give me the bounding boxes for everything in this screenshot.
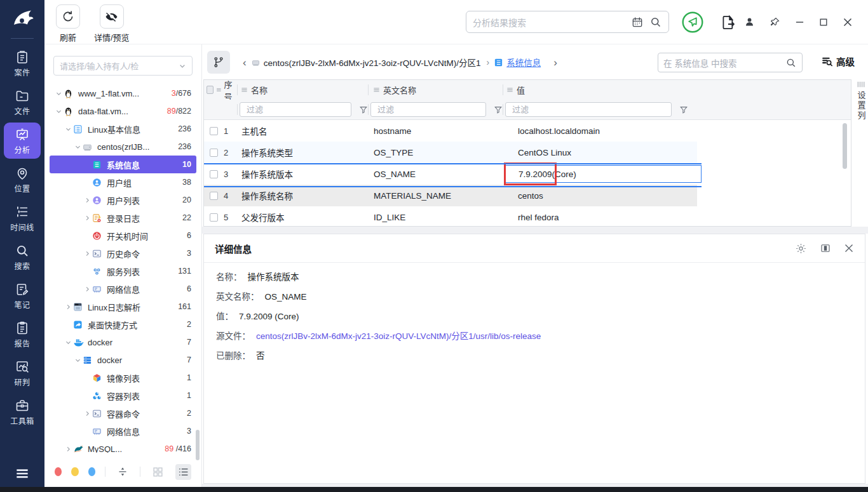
user-icon[interactable] <box>744 17 755 27</box>
row-checkbox[interactable] <box>210 170 218 178</box>
sidebar-item[interactable]: 位置 <box>4 161 41 197</box>
filter-input-en[interactable] <box>370 102 486 117</box>
tree-item[interactable]: Linux日志解析 161 <box>50 298 196 316</box>
breadcrumb-section-link[interactable]: 系统信息 <box>494 56 541 69</box>
column-header[interactable]: 英文名称 <box>383 84 416 96</box>
cell-value[interactable]: CentOS Linux <box>503 142 697 163</box>
funnel-icon[interactable] <box>494 105 503 114</box>
tree-item[interactable]: centos(zrlJB... 236 <box>50 138 196 156</box>
tree-item[interactable]: 网络信息 6 <box>50 280 196 298</box>
export-button[interactable] <box>720 14 737 31</box>
menu-hamburger-icon[interactable] <box>14 465 31 482</box>
value-edit-box[interactable]: 7.9.2009 (Core) <box>505 165 702 183</box>
refresh-button[interactable]: 刷新 <box>56 4 80 43</box>
list-view-icon[interactable] <box>175 464 191 480</box>
table-row[interactable]: 3 操作系统版本 OS_NAME 7.9.2009 (Core) <box>204 163 851 185</box>
sidebar-item[interactable]: 笔记 <box>4 277 41 314</box>
global-search-box[interactable]: 分析结果搜索 <box>466 11 669 33</box>
tree-item[interactable]: MySQL... 89 /416 <box>50 440 196 453</box>
tree-item[interactable]: docker 7 <box>50 333 196 351</box>
red-tag-dot[interactable] <box>55 467 62 476</box>
chev-down-icon[interactable] <box>53 108 64 115</box>
tree-item[interactable]: data-flat.vm... 89/822 <box>50 102 196 120</box>
tree-item[interactable]: 网络信息 3 <box>50 422 196 440</box>
tree-item[interactable]: www_1-flat.vm... 3/676 <box>50 84 196 102</box>
funnel-icon[interactable] <box>359 105 368 114</box>
funnel-icon[interactable] <box>679 105 688 114</box>
tree-item[interactable]: 开关机时间 6 <box>50 227 196 244</box>
branch-view-button[interactable] <box>207 51 230 74</box>
tree-item[interactable]: 容器列表 1 <box>50 387 196 404</box>
minimize-button[interactable] <box>795 17 804 27</box>
table-row[interactable]: 5 父发行版本 ID_LIKE rhel fedora <box>204 206 851 227</box>
preview-toggle-button[interactable]: 详情/预览 <box>94 4 130 43</box>
advanced-search-button[interactable]: 高级 <box>821 55 855 68</box>
select-all-checkbox[interactable] <box>207 86 214 94</box>
close-button[interactable] <box>843 17 853 27</box>
sidebar-item[interactable]: 文件 <box>4 84 41 120</box>
column-header[interactable]: 值 <box>517 84 525 96</box>
tree-item[interactable]: 登录日志 22 <box>50 209 196 227</box>
breadcrumb-back-icon[interactable]: ‹ <box>240 57 249 68</box>
cell-value[interactable]: 7.9.2009 (Core) <box>503 163 697 185</box>
calendar-icon[interactable] <box>631 16 644 29</box>
search-icon[interactable] <box>649 16 662 29</box>
cell-value[interactable]: centos <box>503 185 697 206</box>
filter-input-value[interactable] <box>505 102 672 117</box>
row-checkbox[interactable] <box>210 127 218 135</box>
gear-icon[interactable] <box>795 243 807 255</box>
filter-input-name[interactable] <box>240 102 351 117</box>
cell-value[interactable]: rhel fedora <box>503 206 697 227</box>
sidebar-item[interactable]: 研判 <box>4 355 41 391</box>
tree-item[interactable]: 系统信息 10 <box>50 156 196 173</box>
sidebar-item[interactable]: 分析 <box>4 123 41 159</box>
table-row[interactable]: 2 操作系统类型 OS_TYPE CentOS Linux <box>204 142 851 163</box>
grid-view-icon[interactable] <box>150 464 166 480</box>
chev-down-icon[interactable] <box>63 126 73 133</box>
column-settings-tab[interactable]: 设置列 <box>854 81 868 121</box>
chev-right-icon[interactable] <box>63 303 73 310</box>
send-report-button[interactable] <box>681 11 704 34</box>
tree-item[interactable]: 用户组 38 <box>50 173 196 191</box>
blue-tag-dot[interactable] <box>88 467 95 476</box>
chev-right-icon[interactable] <box>82 286 92 293</box>
breadcrumb-forward-icon[interactable]: › <box>551 57 560 68</box>
sidebar-item[interactable]: 案件 <box>4 45 41 81</box>
tree-item[interactable]: 用户列表 20 <box>50 191 196 209</box>
table-search-box[interactable]: 在 系统信息 中搜索 <box>658 53 803 72</box>
table-scrollbar[interactable] <box>843 123 847 169</box>
holder-select[interactable]: 请选择/输入持有人/检 <box>53 56 193 76</box>
column-header[interactable]: 序号 <box>224 79 237 102</box>
table-row[interactable]: 1 主机名 hostname localhost.localdomain <box>204 120 851 142</box>
close-icon[interactable] <box>844 243 854 253</box>
tree-scrollbar[interactable] <box>196 430 200 460</box>
tree-item[interactable]: 桌面快捷方式 2 <box>50 316 196 333</box>
tree-item[interactable]: Linux基本信息 236 <box>50 120 196 138</box>
row-checkbox[interactable] <box>210 192 218 200</box>
chev-down-icon[interactable] <box>53 90 64 97</box>
chev-down-icon[interactable] <box>63 339 73 346</box>
row-checkbox[interactable] <box>210 149 218 157</box>
sidebar-item[interactable]: 搜索 <box>4 239 41 275</box>
sidebar-item[interactable]: 时间线 <box>4 200 41 236</box>
chev-right-icon[interactable] <box>82 410 92 417</box>
chev-right-icon[interactable] <box>63 446 73 453</box>
collapse-all-icon[interactable] <box>115 464 130 479</box>
tree-item[interactable]: 镜像列表 1 <box>50 369 196 387</box>
chev-right-icon[interactable] <box>82 215 92 222</box>
tree-item[interactable]: 历史命令 3 <box>50 244 196 262</box>
cell-value[interactable]: localhost.localdomain <box>503 120 697 142</box>
pin-icon[interactable] <box>770 17 780 27</box>
column-header[interactable]: 名称 <box>251 84 268 96</box>
sidebar-item[interactable]: 工具箱 <box>4 394 41 430</box>
row-checkbox[interactable] <box>210 213 218 222</box>
maximize-button[interactable] <box>819 18 828 27</box>
table-row[interactable]: 4 操作系统名称 MATERIALS_NAME centos <box>204 185 851 206</box>
chev-down-icon[interactable] <box>72 143 83 150</box>
search-icon[interactable] <box>785 57 797 69</box>
chev-right-icon[interactable] <box>82 197 92 204</box>
tree-item[interactable]: 容器命令 2 <box>50 404 196 422</box>
sidebar-item[interactable]: 报告 <box>4 316 41 352</box>
panel-layout-icon[interactable] <box>820 243 831 254</box>
chev-right-icon[interactable] <box>82 250 92 257</box>
